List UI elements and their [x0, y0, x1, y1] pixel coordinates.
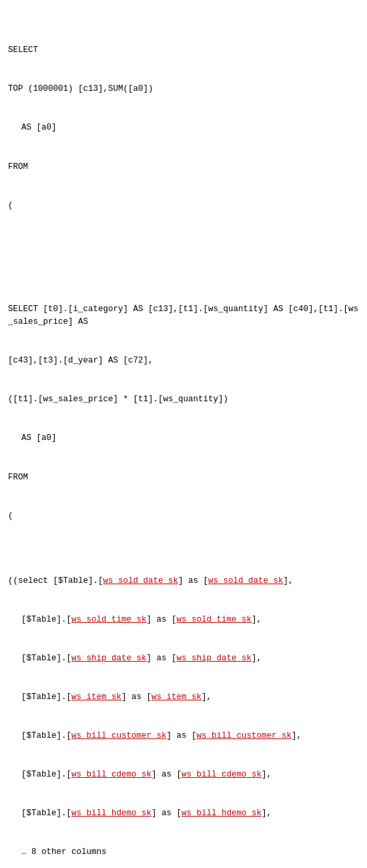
- line-ws-other: … 8 other columns: [8, 846, 359, 859]
- line-ws-ship: [$Table].[ws_ship_date_sk] as [ws_ship_d…: [8, 652, 359, 665]
- line-top: TOP (1000001) [c13],SUM([a0]): [8, 83, 359, 95]
- line-from1: FROM: [8, 161, 359, 174]
- sql-code-block: SELECT TOP (1000001) [c13],SUM([a0]) AS …: [0, 0, 367, 868]
- line-select: SELECT: [8, 44, 359, 57]
- line-ws-start: ((select [$Table].[ws_sold_date_sk] as […: [8, 575, 359, 588]
- line-as-a0-2: AS [a0]: [8, 432, 359, 445]
- line-blank1: [8, 238, 359, 251]
- line-as-a0: AS [a0]: [8, 122, 359, 134]
- line-inner-select: SELECT [t0].[i_category] AS [c13],[t1].[…: [8, 303, 359, 329]
- line-ws-bill-cdemo: [$Table].[ws_bill_cdemo_sk] as [ws_bill_…: [8, 769, 359, 781]
- line-ws-item: [$Table].[ws_item_sk] as [ws_item_sk],: [8, 691, 359, 704]
- line-from2: FROM: [8, 471, 359, 484]
- line-ws-time: [$Table].[ws_sold_time_sk] as [ws_sold_t…: [8, 614, 359, 626]
- line-ws-bill-hdemo: [$Table].[ws_bill_hdemo_sk] as [ws_bill_…: [8, 807, 359, 820]
- line-paren2: (: [8, 510, 359, 523]
- line-inner-select2: [c43],[t3].[d_year] AS [c72],: [8, 355, 359, 367]
- line-paren1: (: [8, 200, 359, 212]
- line-ws-bill-cust: [$Table].[ws_bill_customer_sk] as [ws_bi…: [8, 730, 359, 742]
- line-calc: ([t1].[ws_sales_price] * [t1].[ws_quanti…: [8, 393, 359, 406]
